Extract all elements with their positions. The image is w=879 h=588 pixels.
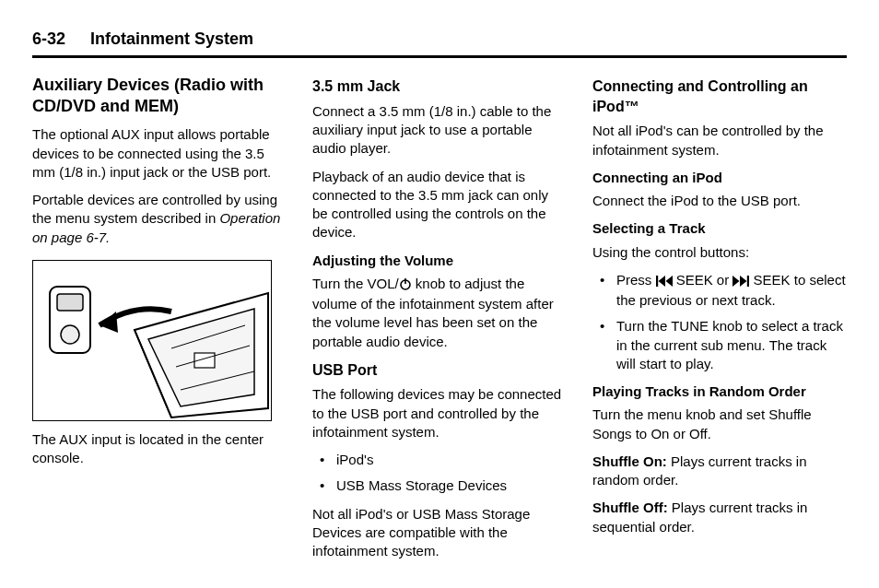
svg-marker-11: [658, 276, 665, 287]
power-icon: [399, 276, 412, 295]
paragraph: Connect a 3.5 mm (1/8 in.) cable to the …: [312, 102, 567, 159]
paragraph: Turn the menu knob and set Shuffle Songs…: [592, 406, 847, 443]
heading-connecting-ipod: Connecting and Controlling an iPod™: [592, 76, 847, 116]
paragraph-shuffle-off: Shuffle Off: Plays current tracks in seq…: [592, 499, 847, 536]
column-3: Connecting and Controlling an iPod™ Not …: [592, 75, 847, 570]
column-2: 3.5 mm Jack Connect a 3.5 mm (1/8 in.) c…: [312, 75, 567, 570]
paragraph: Not all iPod's can be controlled by the …: [592, 122, 847, 159]
paragraph: Turn the VOL/ knob to adjust the volume …: [312, 275, 567, 351]
svg-marker-12: [665, 276, 673, 287]
list-item: USB Mass Storage Devices: [312, 476, 567, 495]
usb-device-list: iPod's USB Mass Storage Devices: [312, 451, 567, 496]
section-title: Infotainment System: [90, 29, 253, 48]
paragraph: The optional AUX input allows portable d…: [32, 125, 287, 182]
svg-marker-14: [740, 276, 747, 287]
list-item: iPod's: [312, 451, 567, 469]
paragraph: The following devices may be connected t…: [312, 385, 567, 441]
track-controls-list: Press SEEK or SEEK to select the previou…: [592, 271, 847, 373]
svg-rect-1: [57, 294, 83, 311]
paragraph-shuffle-on: Shuffle On: Plays current tracks in rand…: [592, 453, 847, 490]
page-number: 6-32: [32, 28, 65, 50]
heading-35mm-jack: 3.5 mm Jack: [312, 76, 567, 97]
figure-aux-input: [32, 260, 272, 421]
svg-rect-10: [656, 276, 658, 287]
heading-adjusting-volume: Adjusting the Volume: [312, 252, 567, 270]
svg-marker-13: [732, 276, 740, 287]
shuffle-on-label: Shuffle On:: [592, 453, 667, 469]
seek-forward-icon: [732, 273, 749, 291]
paragraph: Not all iPod's or USB Mass Storage Devic…: [312, 505, 567, 561]
paragraph: Playback of an audio device that is conn…: [312, 168, 567, 242]
page-header: 6-32 Infotainment System: [32, 28, 847, 58]
column-1: Auxiliary Devices (Radio with CD/DVD and…: [32, 75, 287, 570]
shuffle-off-label: Shuffle Off:: [592, 500, 668, 515]
content-columns: Auxiliary Devices (Radio with CD/DVD and…: [32, 75, 847, 570]
heading-selecting-track: Selecting a Track: [592, 219, 847, 238]
paragraph: Portable devices are controlled by using…: [32, 191, 287, 247]
list-item: Turn the TUNE knob to select a track in …: [592, 317, 847, 373]
figure-caption: The AUX input is located in the center c…: [32, 430, 287, 468]
paragraph: Using the control buttons:: [592, 243, 847, 262]
heading-auxiliary-devices: Auxiliary Devices (Radio with CD/DVD and…: [32, 75, 287, 116]
heading-random-order: Playing Tracks in Random Order: [592, 382, 847, 401]
heading-connecting-an-ipod: Connecting an iPod: [592, 169, 847, 187]
heading-usb-port: USB Port: [312, 360, 567, 381]
list-item: Press SEEK or SEEK to select the previou…: [592, 271, 847, 311]
paragraph: Connect the iPod to the USB port.: [592, 192, 847, 210]
seek-back-icon: [656, 273, 673, 291]
svg-point-2: [61, 325, 79, 344]
